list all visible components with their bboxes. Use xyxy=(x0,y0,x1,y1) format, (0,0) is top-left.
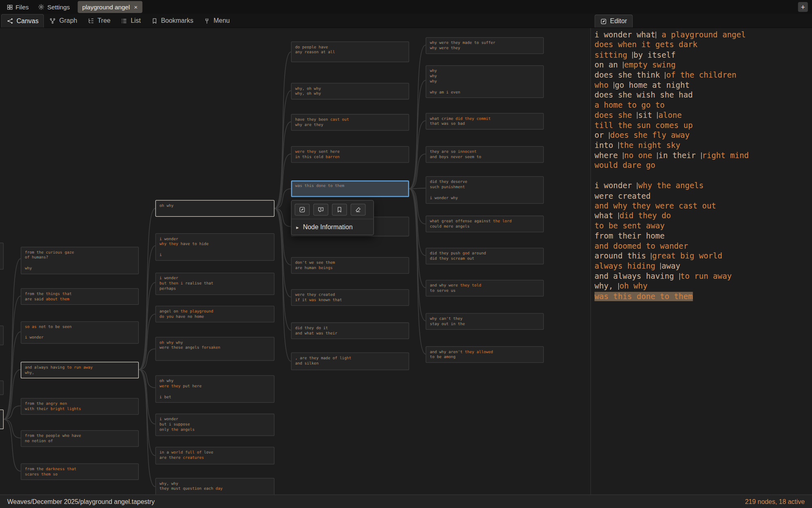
canvas-node[interactable]: , are they made of lightand silken xyxy=(291,352,409,370)
tree-tab-label: Tree xyxy=(97,17,110,24)
fork-icon xyxy=(204,17,211,24)
node-edge xyxy=(139,369,155,456)
delete-node-button[interactable] xyxy=(351,204,366,215)
tree-icon xyxy=(88,17,95,24)
canvas-node[interactable]: and why were they toldto serve us xyxy=(425,280,544,297)
editor-line: who go home at night xyxy=(594,80,812,91)
editor-line: and why they were cast out xyxy=(594,201,812,211)
node-edge xyxy=(409,45,426,189)
node-edge xyxy=(139,369,155,388)
app-window: from the curious gazeof humans? whyfrom … xyxy=(0,0,812,508)
editor-line: was this done to them xyxy=(594,292,812,302)
tab-title: playground angel xyxy=(82,3,130,11)
tab-menu[interactable]: Menu xyxy=(199,14,235,27)
node-edge xyxy=(274,91,291,208)
canvas-node[interactable]: from the things thatare said about them xyxy=(21,288,139,305)
canvas-node[interactable]: in a world full of loveare there creatur… xyxy=(155,447,274,464)
canvas-node[interactable]: and always having to run awaywhy, xyxy=(21,362,139,378)
canvas-node[interactable]: were they sent herein this cold barren xyxy=(291,146,409,163)
node-information-label: Node Information xyxy=(303,224,352,231)
caret-right-icon: ▸ xyxy=(296,224,299,230)
canvas-node[interactable]: was this done to them xyxy=(291,180,409,197)
edit-node-button[interactable] xyxy=(295,204,310,215)
editor-line: does she wish she had xyxy=(594,90,812,100)
graph-fork-icon xyxy=(50,17,56,24)
canvas-node[interactable]: why, whythey must question each day xyxy=(155,478,274,495)
editor-line: always hiding away xyxy=(594,261,812,271)
canvas-node[interactable]: do people haveany reason at all xyxy=(291,41,409,62)
editor-text[interactable]: i wonder what a playground angeldoes whe… xyxy=(594,30,812,302)
editor-line: into the night sky xyxy=(594,141,812,151)
new-tab-button[interactable]: + xyxy=(798,2,808,12)
canvas-node[interactable] xyxy=(0,243,4,269)
canvas-node[interactable] xyxy=(0,380,4,395)
canvas-node[interactable]: oh why xyxy=(155,200,274,217)
editor-line: sitting by itself xyxy=(594,50,812,60)
canvas[interactable]: from the curious gazeof humans? whyfrom … xyxy=(0,0,590,495)
canvas-node[interactable]: did they push god arounddid they scream … xyxy=(425,248,544,265)
canvas-node[interactable]: from the people who haveno notion of xyxy=(21,430,139,447)
tab-canvas[interactable]: Canvas xyxy=(1,14,44,27)
canvas-node[interactable]: did they do itand what was their xyxy=(291,322,409,339)
canvas-node[interactable]: what crime did they committhat was so ba… xyxy=(425,113,544,130)
close-icon[interactable]: × xyxy=(134,4,138,10)
tab-graph[interactable]: Graph xyxy=(44,14,82,27)
graph-tab-label: Graph xyxy=(59,17,77,24)
tab-list[interactable]: List xyxy=(116,14,146,27)
share-nodes-icon xyxy=(7,17,14,24)
editor-line: why, oh why xyxy=(594,282,812,292)
editor-line: to be sent away xyxy=(594,221,812,231)
settings-label: Settings xyxy=(48,3,70,11)
canvas-node[interactable]: angel on the playgrounddo you have no ho… xyxy=(155,306,274,323)
canvas-node[interactable]: so as not to be seen i wonder xyxy=(21,321,139,343)
canvas-node[interactable]: why, oh whywhy, oh why xyxy=(291,83,409,100)
tab-playground-angel[interactable]: playground angel × xyxy=(78,1,143,13)
canvas-node[interactable]: oh why whywere these angels forsaken xyxy=(155,337,274,361)
canvas-node[interactable]: from the curious gazeof humans? why xyxy=(21,247,139,274)
canvas-node[interactable]: have they been cast outwhy are they xyxy=(291,114,409,131)
editor-line: and always having to run away xyxy=(594,271,812,282)
canvas-node[interactable]: they are so innocentand boys never seem … xyxy=(425,146,544,163)
node-context-popup: ▸ Node Information xyxy=(291,200,374,235)
tab-bookmarks[interactable]: Bookmarks xyxy=(146,14,199,27)
node-edge xyxy=(4,419,21,438)
canvas-node[interactable]: were they createdif it was known that xyxy=(291,289,409,306)
editor-line xyxy=(594,171,812,181)
topbar: Files Settings playground angel × + xyxy=(0,0,812,14)
files-menu-button[interactable]: Files xyxy=(2,0,33,14)
canvas-node[interactable]: i wonderbut i supposeonly the angels xyxy=(155,414,274,436)
canvas-node[interactable]: i wonderbut then i realise thatperhaps xyxy=(155,273,274,295)
canvas-node[interactable]: from the angry menwith their bright ligh… xyxy=(21,398,139,415)
canvas-node[interactable]: and why aren't they allowedto be among xyxy=(425,346,544,363)
editor-line: and doomed to wander xyxy=(594,241,812,252)
canvas-node[interactable]: from the darkness thatscares them so xyxy=(21,463,139,480)
canvas-node[interactable]: i wonderwhy they have to hide i xyxy=(155,233,274,261)
tab-editor[interactable]: Editor xyxy=(594,15,633,28)
editor-line: around this great big world xyxy=(594,252,812,262)
node-information-toggle[interactable]: ▸ Node Information xyxy=(292,219,374,235)
canvas-node[interactable]: what great offense against the lordcould… xyxy=(425,216,544,232)
canvas-node[interactable]: whywhywhy why am i even xyxy=(425,65,544,98)
settings-menu-button[interactable]: Settings xyxy=(33,0,74,14)
editor-line: does when it gets dark xyxy=(594,40,812,50)
files-icon xyxy=(7,4,13,10)
canvas-node[interactable]: don't we see themare human beings xyxy=(291,257,409,274)
editor-line: or does she fly away xyxy=(594,131,812,141)
canvas-node[interactable]: why were they made to sufferwhy were the… xyxy=(425,37,544,54)
gear-icon xyxy=(38,4,45,11)
panel-divider[interactable] xyxy=(590,14,591,494)
comment-add-icon xyxy=(317,206,324,213)
canvas-node[interactable] xyxy=(0,326,4,345)
node-edge xyxy=(4,296,21,419)
canvas-node[interactable]: did they deservesuch punishment i wonder… xyxy=(425,176,544,204)
list-icon xyxy=(121,17,128,24)
editor-line: from their home xyxy=(594,231,812,241)
canvas-node[interactable]: oh whywere they put here i bet xyxy=(155,375,274,402)
node-edge xyxy=(139,349,155,369)
add-comment-button[interactable] xyxy=(313,204,328,215)
canvas-node[interactable]: why can't theystay out in the xyxy=(425,313,544,330)
bookmark-icon xyxy=(151,17,158,24)
canvas-node[interactable] xyxy=(0,410,4,429)
bookmark-node-button[interactable] xyxy=(332,204,347,215)
tab-tree[interactable]: Tree xyxy=(82,14,116,27)
